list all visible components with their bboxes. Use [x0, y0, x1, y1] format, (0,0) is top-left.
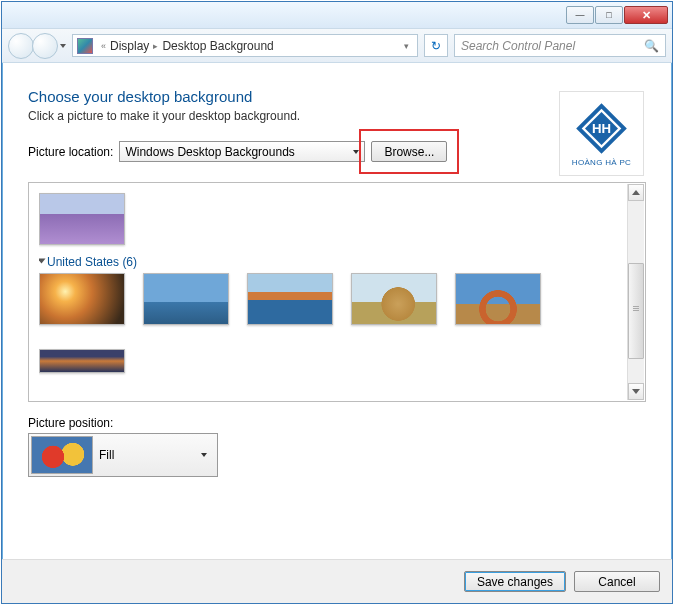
scroll-down-button[interactable]	[628, 383, 644, 400]
scrollbar-thumb[interactable]	[628, 263, 644, 359]
picture-position-value: Fill	[99, 448, 195, 462]
control-panel-window: — □ ✕ « Display ▸ Desktop Background ▾ ↻…	[1, 1, 673, 604]
back-button[interactable]	[8, 33, 34, 59]
breadcrumb-segment[interactable]: Desktop Background	[162, 39, 273, 53]
wallpaper-thumbnail[interactable]	[143, 273, 229, 325]
titlebar: — □ ✕	[2, 2, 672, 29]
minimize-icon: —	[576, 10, 585, 20]
search-placeholder: Search Control Panel	[461, 39, 644, 53]
breadcrumb-overflow-icon[interactable]: «	[101, 41, 106, 51]
picture-location-label: Picture location:	[28, 145, 113, 159]
brand-logo: HH HOÀNG HÀ PC	[559, 91, 644, 176]
browse-button[interactable]: Browse...	[371, 141, 447, 162]
refresh-button[interactable]: ↻	[424, 34, 448, 57]
history-dropdown-icon[interactable]	[60, 44, 66, 48]
minimize-button[interactable]: —	[566, 6, 594, 24]
forward-button[interactable]	[32, 33, 58, 59]
search-input[interactable]: Search Control Panel 🔍	[454, 34, 666, 57]
scroll-up-button[interactable]	[628, 184, 644, 201]
close-icon: ✕	[642, 9, 651, 22]
wallpaper-gallery: United States (6)	[28, 182, 646, 402]
picture-position-label: Picture position:	[28, 416, 646, 430]
footer: Save changes Cancel	[2, 559, 672, 603]
scrollbar[interactable]	[627, 184, 644, 400]
chevron-right-icon: ▸	[153, 41, 158, 51]
category-header[interactable]: United States (6)	[39, 255, 623, 269]
page-subtitle: Click a picture to make it your desktop …	[28, 109, 646, 123]
wallpaper-thumbnail[interactable]	[39, 193, 125, 245]
svg-text:HH: HH	[592, 120, 611, 135]
position-preview-icon	[31, 436, 93, 474]
picture-location-row: Picture location: Windows Desktop Backgr…	[28, 141, 646, 162]
collapse-icon	[39, 259, 46, 264]
address-dropdown-icon[interactable]: ▾	[404, 41, 409, 51]
breadcrumb-segment[interactable]: Display	[110, 39, 149, 53]
control-panel-icon	[77, 38, 93, 54]
wallpaper-thumbnail[interactable]	[351, 273, 437, 325]
close-button[interactable]: ✕	[624, 6, 668, 24]
maximize-icon: □	[606, 10, 611, 20]
picture-location-dropdown[interactable]: Windows Desktop Backgrounds	[119, 141, 365, 162]
picture-position-row: Picture position: Fill	[28, 416, 646, 477]
wallpaper-thumbnail[interactable]	[247, 273, 333, 325]
content-area: HH HOÀNG HÀ PC Choose your desktop backg…	[2, 63, 672, 559]
save-changes-button[interactable]: Save changes	[464, 571, 566, 592]
picture-position-dropdown[interactable]: Fill	[28, 433, 218, 477]
nav-buttons	[8, 33, 66, 59]
refresh-icon: ↻	[431, 39, 441, 53]
brand-logo-text: HOÀNG HÀ PC	[572, 158, 631, 167]
chevron-down-icon	[201, 453, 207, 457]
page-title: Choose your desktop background	[28, 88, 646, 105]
cancel-button[interactable]: Cancel	[574, 571, 660, 592]
browse-highlight: Browse...	[359, 129, 459, 174]
wallpaper-thumbnail[interactable]	[39, 349, 125, 373]
maximize-button[interactable]: □	[595, 6, 623, 24]
address-bar[interactable]: « Display ▸ Desktop Background ▾	[72, 34, 418, 57]
navbar: « Display ▸ Desktop Background ▾ ↻ Searc…	[2, 29, 672, 63]
search-icon: 🔍	[644, 39, 659, 53]
picture-location-value: Windows Desktop Backgrounds	[125, 145, 353, 159]
wallpaper-thumbnail[interactable]	[39, 273, 125, 325]
category-label: United States (6)	[47, 255, 137, 269]
wallpaper-thumbnail[interactable]	[455, 273, 541, 325]
